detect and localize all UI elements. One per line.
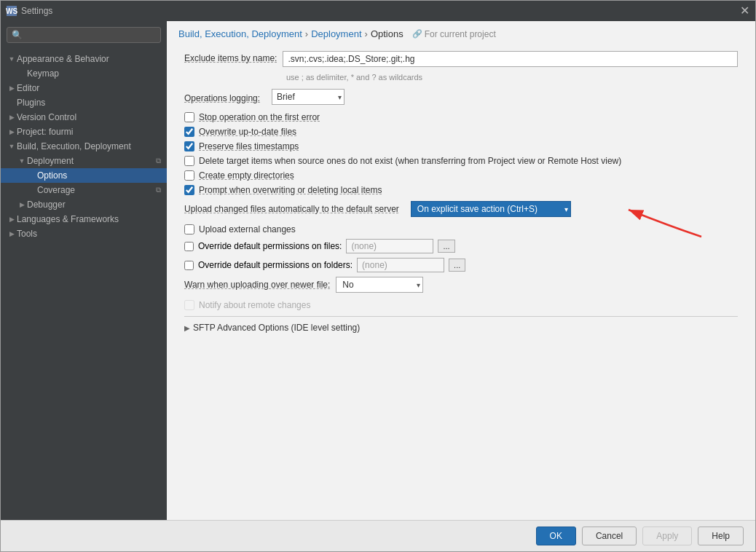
stop-on-error-label: Stop operation on the first error [199, 112, 320, 122]
expand-arrow-editor: ▶ [7, 84, 17, 92]
settings-dialog: WS Settings ✕ 🔍 ▼ Appearance & Behavior … [0, 0, 756, 552]
expand-arrow-build: ▼ [7, 143, 17, 150]
sidebar-item-languages[interactable]: ▶ Languages & Frameworks [1, 212, 167, 226]
sidebar-item-label: Coverage [37, 185, 153, 195]
checkbox-upload-external: Upload external changes [184, 224, 738, 234]
upload-external-label: Upload external changes [199, 224, 296, 234]
exclude-label: Exclude items by name: [184, 51, 277, 63]
stop-on-error-checkbox[interactable] [184, 112, 194, 122]
copy-icon-coverage: ⧉ [156, 186, 161, 194]
app-icon: WS [7, 6, 17, 16]
sftp-link[interactable]: ▶ SFTP Advanced Options (IDE level setti… [184, 323, 738, 333]
sidebar-item-appearance[interactable]: ▼ Appearance & Behavior [1, 52, 167, 66]
override-folders-label: Override default permissions on folders: [198, 260, 353, 270]
sidebar-item-label: Plugins [17, 98, 161, 108]
expand-arrow-tools: ▶ [7, 230, 17, 237]
ok-button[interactable]: OK [536, 527, 576, 545]
checkbox-create-empty-dirs: Create empty directories [184, 170, 738, 181]
sidebar-item-label: Appearance & Behavior [17, 54, 161, 64]
sidebar-item-project[interactable]: ▶ Project: fourmi [1, 125, 167, 139]
search-box[interactable]: 🔍 [7, 27, 161, 43]
sidebar-item-label: Languages & Frameworks [17, 214, 161, 224]
copy-icon: ⧉ [156, 157, 161, 165]
main-content: Build, Execution, Deployment › Deploymen… [167, 21, 755, 520]
expand-arrow-languages: ▶ [7, 216, 17, 223]
breadcrumb-project: 🔗 For current project [412, 29, 496, 39]
override-files-label: Override default permissions on files: [198, 241, 342, 251]
sidebar-item-label: Editor [17, 83, 161, 93]
sidebar-item-editor[interactable]: ▶ Editor [1, 81, 167, 95]
exclude-hint: use ; as delimiter, * and ? as wildcards [286, 73, 738, 82]
prompt-overwriting-checkbox[interactable] [184, 185, 194, 195]
sidebar-item-label: Build, Execution, Deployment [17, 141, 161, 151]
exclude-input[interactable] [283, 51, 738, 67]
upload-select-wrapper: On explicit save action (Ctrl+S) Always … [411, 201, 571, 217]
browse-files-button[interactable]: ... [438, 240, 454, 253]
preserve-timestamps-checkbox[interactable] [184, 141, 194, 151]
override-folders-checkbox[interactable] [184, 261, 194, 270]
upload-row: Upload changed files automatically to th… [184, 201, 738, 217]
warn-select-wrapper: No Yes ▾ [336, 277, 423, 293]
title-bar: WS Settings ✕ [1, 1, 755, 21]
nav-tree: ▼ Appearance & Behavior Keymap ▶ Editor … [1, 49, 167, 520]
sftp-arrow-icon: ▶ [184, 324, 190, 332]
breadcrumb: Build, Execution, Deployment › Deploymen… [167, 21, 755, 45]
sidebar-item-coverage[interactable]: Coverage ⧉ [1, 183, 167, 197]
checkbox-overwrite-files: Overwrite up-to-date files [184, 127, 738, 137]
help-button[interactable]: Help [698, 527, 744, 545]
breadcrumb-sep2: › [365, 28, 368, 39]
settings-panel: Exclude items by name: use ; as delimite… [167, 45, 755, 520]
expand-arrow-debugger: ▶ [17, 201, 27, 208]
sftp-section: ▶ SFTP Advanced Options (IDE level setti… [184, 316, 738, 333]
override-folders-input[interactable] [357, 258, 444, 272]
operations-logging-select[interactable]: Brief Verbose None [272, 89, 344, 105]
sidebar-item-tools[interactable]: ▶ Tools [1, 226, 167, 241]
expand-arrow-appearance: ▼ [7, 55, 17, 63]
sidebar-item-deployment[interactable]: ▼ Deployment ⧉ [1, 154, 167, 168]
sidebar-item-label: Project: fourmi [17, 127, 161, 137]
expand-arrow-deployment: ▼ [17, 157, 27, 165]
sidebar-item-debugger[interactable]: ▶ Debugger [1, 197, 167, 212]
checkbox-prompt-overwriting: Prompt when overwriting or deleting loca… [184, 185, 738, 195]
operations-logging-row: Operations logging: Brief Verbose None ▾ [184, 89, 738, 105]
overwrite-files-checkbox[interactable] [184, 127, 194, 137]
search-input[interactable] [25, 30, 156, 40]
prompt-overwriting-label: Prompt when overwriting or deleting loca… [199, 185, 382, 195]
preserve-timestamps-label: Preserve files timestamps [199, 141, 299, 151]
override-files-checkbox[interactable] [184, 242, 194, 251]
expand-arrow-vc: ▶ [7, 114, 17, 121]
operations-logging-label: Operations logging: [184, 91, 260, 103]
create-empty-dirs-checkbox[interactable] [184, 170, 194, 181]
sidebar-item-options[interactable]: Options [1, 168, 167, 183]
sidebar-item-keymap[interactable]: Keymap [1, 66, 167, 81]
apply-button[interactable]: Apply [642, 527, 692, 545]
dialog-body: 🔍 ▼ Appearance & Behavior Keymap ▶ Edito… [1, 21, 755, 520]
sidebar-item-plugins[interactable]: Plugins [1, 95, 167, 110]
delete-target-label: Delete target items when source ones do … [199, 156, 621, 166]
upload-select[interactable]: On explicit save action (Ctrl+S) Always … [411, 201, 571, 217]
upload-external-checkbox[interactable] [184, 224, 194, 234]
sidebar-item-label: Keymap [27, 68, 161, 79]
override-files-row: Override default permissions on files: .… [184, 239, 738, 253]
close-button[interactable]: ✕ [740, 5, 749, 17]
sidebar-item-label: Debugger [27, 200, 161, 210]
sidebar-item-build[interactable]: ▼ Build, Execution, Deployment [1, 139, 167, 154]
override-files-input[interactable] [346, 239, 433, 253]
warn-select[interactable]: No Yes [336, 277, 423, 293]
sidebar-item-version-control[interactable]: ▶ Version Control [1, 110, 167, 125]
warn-row: Warn when uploading over newer file: No … [184, 277, 738, 293]
sftp-label: SFTP Advanced Options (IDE level setting… [193, 323, 360, 333]
browse-folders-button[interactable]: ... [449, 259, 465, 272]
create-empty-dirs-label: Create empty directories [199, 170, 294, 181]
sidebar: 🔍 ▼ Appearance & Behavior Keymap ▶ Edito… [1, 21, 167, 520]
checkbox-delete-target: Delete target items when source ones do … [184, 156, 738, 166]
cancel-button[interactable]: Cancel [582, 527, 637, 545]
checkbox-notify: Notify about remote changes [184, 300, 738, 310]
breadcrumb-build[interactable]: Build, Execution, Deployment [178, 28, 302, 39]
breadcrumb-deployment[interactable]: Deployment [311, 28, 361, 39]
overwrite-files-label: Overwrite up-to-date files [199, 127, 296, 137]
checkbox-stop-on-error: Stop operation on the first error [184, 112, 738, 122]
delete-target-checkbox[interactable] [184, 156, 194, 166]
operations-logging-select-wrapper: Brief Verbose None ▾ [272, 89, 344, 105]
warn-label: Warn when uploading over newer file: [184, 280, 330, 290]
